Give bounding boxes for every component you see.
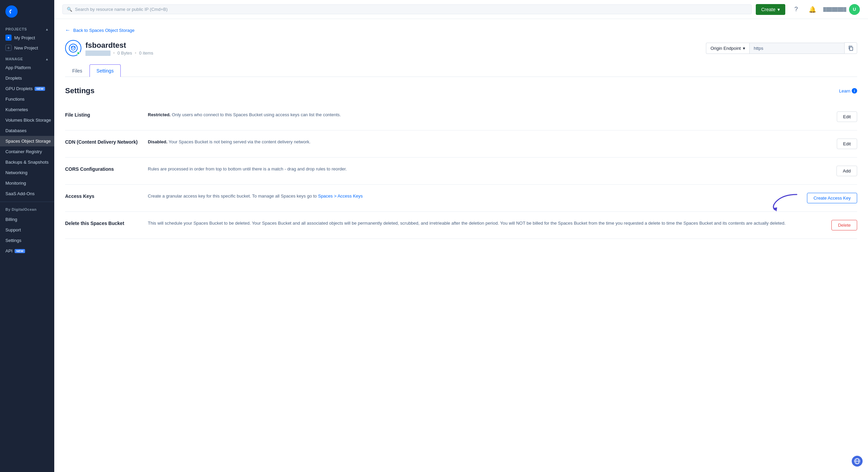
sidebar-bottom-item-api[interactable]: APINew bbox=[0, 246, 54, 256]
sidebar-item-kubernetes[interactable]: Kubernetes bbox=[0, 104, 54, 115]
create-label: Create bbox=[761, 7, 775, 12]
row-content-file-listing: Restricted. Only users who connect to th… bbox=[148, 111, 808, 118]
settings-heading: Settings Learn i bbox=[65, 86, 857, 95]
sidebar-item-label: SaaS Add-Ons bbox=[5, 191, 35, 196]
bucket-header: fsboardtest ████████ • 0 Bytes • 0 items… bbox=[65, 40, 857, 56]
sidebar-item-label: Networking bbox=[5, 170, 27, 175]
badge-gpu-droplets: New bbox=[35, 87, 45, 91]
tab-bar: Files Settings bbox=[65, 64, 857, 77]
row-button-cors[interactable]: Add bbox=[836, 166, 857, 176]
sidebar-item-label: GPU Droplets bbox=[5, 86, 33, 91]
learn-icon: i bbox=[852, 88, 857, 94]
sidebar-item-label: Kubernetes bbox=[5, 107, 28, 112]
create-chevron-icon: ▾ bbox=[777, 7, 780, 12]
sidebar-bottom-item-settings[interactable]: Settings bbox=[0, 235, 54, 246]
row-button-cdn[interactable]: Edit bbox=[837, 139, 857, 149]
page-content: ← Back to Spaces Object Storage fsboardt… bbox=[54, 19, 868, 472]
sidebar-item-label: Droplets bbox=[5, 76, 22, 81]
spaces-access-keys-link[interactable]: Spaces > Access Keys bbox=[318, 193, 363, 199]
endpoint-input[interactable] bbox=[749, 43, 844, 54]
svg-marker-5 bbox=[773, 207, 777, 211]
endpoint-section: Origin Endpoint ▾ bbox=[706, 42, 857, 54]
sidebar-item-label: Monitoring bbox=[5, 181, 26, 186]
notifications-icon-button[interactable]: 🔔 bbox=[807, 4, 818, 15]
avatar: U bbox=[849, 4, 860, 15]
sidebar-divider bbox=[0, 202, 54, 202]
sidebar-item-saas-addons[interactable]: SaaS Add-Ons bbox=[0, 188, 54, 199]
sidebar-item-app-platform[interactable]: App Platform bbox=[0, 62, 54, 73]
bucket-status-dot bbox=[77, 52, 80, 55]
tab-files[interactable]: Files bbox=[65, 64, 90, 77]
topbar: 🔍 Search by resource name or public IP (… bbox=[54, 0, 868, 19]
project-icon bbox=[5, 35, 12, 41]
user-section[interactable]: ████████ U bbox=[823, 4, 860, 15]
row-label-cdn: CDN (Content Delivery Network) bbox=[65, 139, 140, 145]
row-button-file-listing[interactable]: Edit bbox=[837, 111, 857, 122]
sidebar-item-container-registry[interactable]: Container Registry bbox=[0, 146, 54, 157]
sidebar-bottom-label: Billing bbox=[5, 217, 17, 222]
endpoint-dropdown[interactable]: Origin Endpoint ▾ bbox=[706, 43, 749, 54]
sidebar-item-databases[interactable]: Databases bbox=[0, 125, 54, 136]
bucket-details: fsboardtest ████████ • 0 Bytes • 0 items bbox=[85, 41, 153, 56]
sidebar-item-functions[interactable]: Functions bbox=[0, 94, 54, 104]
create-button[interactable]: Create ▾ bbox=[756, 4, 785, 15]
row-action-cdn: Edit bbox=[816, 139, 857, 149]
new-project-item[interactable]: + New Project bbox=[0, 43, 54, 53]
back-link-text: Back to Spaces Object Storage bbox=[73, 28, 135, 33]
search-icon: 🔍 bbox=[67, 7, 72, 12]
sidebar-bottom-label: API bbox=[5, 248, 13, 253]
sidebar-bottom-item-billing[interactable]: Billing bbox=[0, 214, 54, 225]
sidebar-item-droplets[interactable]: Droplets bbox=[0, 73, 54, 83]
settings-row-cdn: CDN (Content Delivery Network) Disabled.… bbox=[65, 130, 857, 158]
row-content-delete-bucket: This will schedule your Spaces Bucket to… bbox=[148, 220, 808, 227]
sidebar-logo[interactable] bbox=[0, 0, 54, 23]
sidebar-item-backups[interactable]: Backups & Snapshots bbox=[0, 157, 54, 167]
global-icon-button[interactable] bbox=[852, 456, 863, 467]
search-box[interactable]: 🔍 Search by resource name or public IP (… bbox=[62, 4, 752, 14]
sidebar-item-spaces[interactable]: Spaces Object Storage bbox=[0, 136, 54, 146]
row-action-cors: Add bbox=[816, 166, 857, 176]
sidebar-item-networking[interactable]: Networking bbox=[0, 167, 54, 178]
sidebar-item-label: Container Registry bbox=[5, 149, 42, 154]
bucket-meta: ████████ • 0 Bytes • 0 items bbox=[85, 50, 153, 56]
learn-link[interactable]: Learn i bbox=[839, 88, 857, 94]
back-link[interactable]: ← Back to Spaces Object Storage bbox=[65, 27, 857, 33]
row-content-access-keys: Create a granular access key for this sp… bbox=[148, 193, 799, 200]
svg-point-0 bbox=[8, 8, 15, 15]
help-icon-button[interactable]: ? bbox=[791, 4, 802, 15]
settings-rows: File Listing Restricted. Only users who … bbox=[65, 103, 857, 239]
sidebar-item-label: Volumes Block Storage bbox=[5, 118, 51, 123]
sidebar-item-label: Spaces Object Storage bbox=[5, 139, 51, 144]
row-button-access-keys[interactable]: Create Access Key bbox=[807, 193, 857, 203]
tab-settings[interactable]: Settings bbox=[90, 64, 121, 77]
sidebar-item-label: App Platform bbox=[5, 65, 31, 70]
sidebar-bottom-item-support[interactable]: Support bbox=[0, 225, 54, 235]
row-label-delete-bucket: Delete this Spaces Bucket bbox=[65, 220, 140, 226]
bucket-icon bbox=[65, 40, 81, 56]
sidebar-item-my-project[interactable]: My Project bbox=[0, 33, 54, 43]
user-name: ████████ bbox=[823, 7, 846, 12]
sidebar-item-volumes[interactable]: Volumes Block Storage bbox=[0, 115, 54, 125]
copy-endpoint-button[interactable] bbox=[844, 42, 857, 54]
projects-chevron-icon: ▲ bbox=[45, 27, 49, 31]
bucket-name-masked: ████████ bbox=[85, 50, 111, 56]
row-button-delete-bucket[interactable]: Delete bbox=[831, 220, 857, 230]
bucket-items: 0 items bbox=[139, 50, 153, 56]
sidebar-item-gpu-droplets[interactable]: GPU DropletsNew bbox=[0, 83, 54, 94]
topbar-actions: Create ▾ ? 🔔 ████████ U bbox=[756, 4, 860, 15]
sidebar-item-label: Functions bbox=[5, 97, 24, 102]
settings-row-access-keys: Access Keys Create a granular access key… bbox=[65, 185, 857, 212]
sidebar-item-label: Backups & Snapshots bbox=[5, 160, 48, 165]
learn-label: Learn bbox=[839, 88, 850, 94]
settings-row-delete-bucket: Delete this Spaces Bucket This will sche… bbox=[65, 212, 857, 239]
row-label-access-keys: Access Keys bbox=[65, 193, 140, 199]
bucket-bytes: 0 Bytes bbox=[117, 50, 132, 56]
projects-section-label: PROJECTS ▲ bbox=[0, 23, 54, 33]
sidebar-item-monitoring[interactable]: Monitoring bbox=[0, 178, 54, 188]
project-name-label: My Project bbox=[14, 35, 35, 40]
main-content: 🔍 Search by resource name or public IP (… bbox=[54, 0, 868, 472]
manage-section-label: MANAGE ▲ bbox=[0, 53, 54, 62]
new-project-label: New Project bbox=[14, 45, 38, 50]
plus-icon: + bbox=[5, 45, 12, 51]
sidebar-bottom-label: Settings bbox=[5, 238, 21, 243]
